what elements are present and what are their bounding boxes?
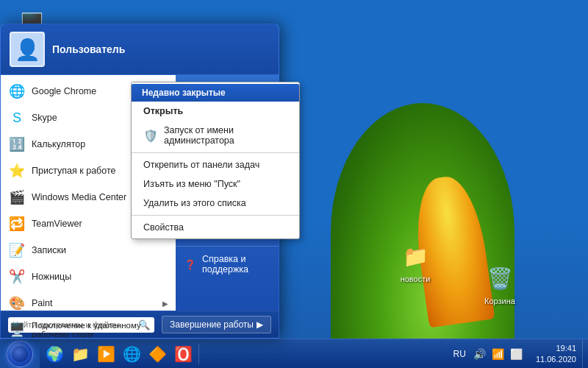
news-icon-label: новости [401, 275, 431, 284]
context-item-properties[interactable]: Свойства [132, 218, 299, 237]
sticky-icon: 📝 [8, 241, 26, 259]
taskbar-media-icon[interactable]: ▶️ [94, 344, 118, 364]
tray-flag-icon[interactable]: ⬜ [509, 347, 524, 361]
context-item-delete-list[interactable]: Удалить из этого списка [132, 194, 299, 213]
taskbar: 🌍 📁 ▶️ 🌐 🔶 🅾️ RU 🔊 📶 ⬜ 19:41 11.06.2020 [0, 339, 588, 368]
start-menu-header: 👤 Пользователь [1, 24, 279, 75]
shutdown-arrow-icon: ▶ [257, 319, 263, 330]
news-icon-img: 📁 [401, 242, 430, 272]
shutdown-button[interactable]: Завершение работы ▶ [162, 316, 271, 333]
context-separator-2 [132, 215, 299, 216]
context-menu-header: Недавно закрытые [132, 84, 299, 102]
user-avatar: 👤 [10, 32, 45, 67]
system-tray: RU 🔊 📶 ⬜ [445, 339, 530, 368]
taskbar-items [199, 339, 445, 368]
tray-lang-icon[interactable]: RU [451, 347, 469, 361]
start-orb-inner [12, 346, 28, 362]
start-button[interactable] [0, 339, 40, 369]
taskbar-vlc-icon[interactable]: 🔶 [146, 344, 170, 364]
taskbar-opera-icon[interactable]: 🅾️ [171, 344, 196, 364]
calc-icon: 🔢 [8, 135, 26, 153]
rdp-icon: 🖥️ [8, 321, 26, 339]
paint-icon: 🎨 [8, 294, 26, 312]
desktop: 🖥️ Компьютер 📁 новости 🗑️ Корзина 👤 Поль… [0, 0, 588, 368]
user-name: Пользователь [52, 43, 125, 55]
taskbar-chrome-icon[interactable]: 🌐 [120, 344, 144, 364]
taskbar-ie-icon[interactable]: 🌍 [43, 344, 67, 364]
date-display: 11.06.2020 [536, 354, 576, 364]
scissors-icon: ✂️ [8, 268, 26, 286]
shield-icon: 🛡️ [143, 129, 158, 143]
taskbar-folder-icon[interactable]: 📁 [68, 344, 93, 364]
context-item-remove-start[interactable]: Изъять из меню "Пуск" [132, 174, 299, 194]
skype-icon: S [8, 109, 26, 127]
clock[interactable]: 19:41 11.06.2020 [530, 343, 582, 364]
right-separator2 [176, 246, 279, 247]
chrome-icon: 🌐 [8, 82, 26, 100]
context-separator-1 [132, 152, 299, 153]
menu-item-sticky[interactable]: 📝 Записки [1, 237, 176, 263]
time-display: 19:41 [556, 343, 576, 353]
wmc-icon: 🎬 [8, 188, 26, 206]
tray-volume-icon[interactable]: 🔊 [472, 347, 487, 361]
teamviewer-icon: 🔁 [8, 215, 26, 233]
desktop-icon-news[interactable]: 📁 новости [390, 239, 441, 287]
work-icon: ⭐ [8, 162, 26, 180]
context-item-unpin[interactable]: Открепить от панели задач [132, 155, 299, 174]
trash-icon-label: Корзина [484, 297, 515, 306]
context-item-run-admin[interactable]: 🛡️ Запуск от имени администратора [132, 121, 299, 150]
right-item-help[interactable]: ❓ Справка и поддержка [176, 250, 279, 279]
menu-item-scissors[interactable]: ✂️ Ножницы [1, 263, 176, 290]
context-menu: Недавно закрытые Открыть 🛡️ Запуск от им… [131, 82, 300, 239]
desktop-icon-trash[interactable]: 🗑️ Корзина [474, 261, 526, 309]
tray-network-icon[interactable]: 📶 [490, 347, 506, 361]
menu-item-paint[interactable]: 🎨 Paint ▶ [1, 290, 176, 316]
context-item-open[interactable]: Открыть [132, 102, 299, 121]
start-orb [7, 341, 33, 367]
show-desktop-button[interactable] [582, 339, 588, 368]
arrow-icon-paint: ▶ [162, 300, 168, 308]
quick-launch: 🌍 📁 ▶️ 🌐 🔶 🅾️ [40, 344, 199, 364]
menu-item-rdp[interactable]: 🖥️ Подключение к удаленному рабочему сто… [1, 316, 176, 339]
trash-icon-img: 🗑️ [485, 264, 514, 294]
